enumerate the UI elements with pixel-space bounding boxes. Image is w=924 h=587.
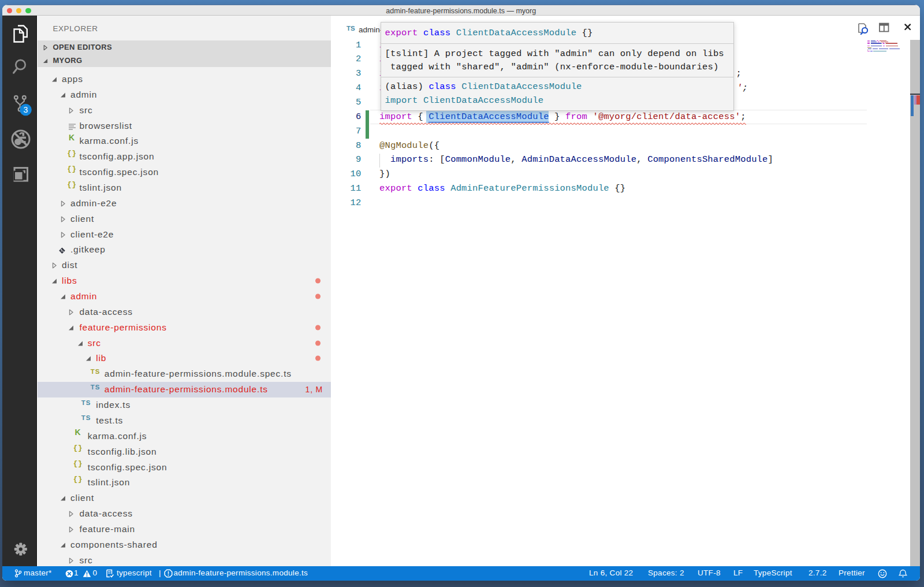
svg-text:3: 3 [24,105,28,114]
